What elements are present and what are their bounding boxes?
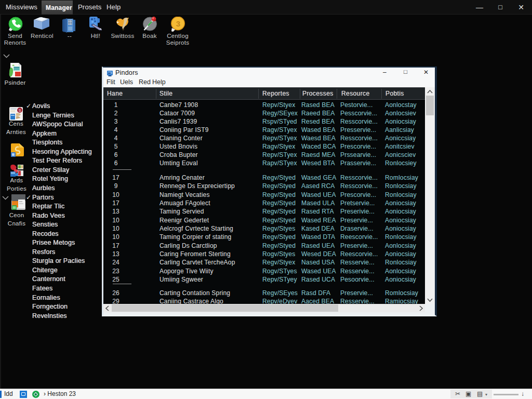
svg-text:S: S <box>19 109 21 112</box>
svg-text:3: 3 <box>176 19 180 28</box>
